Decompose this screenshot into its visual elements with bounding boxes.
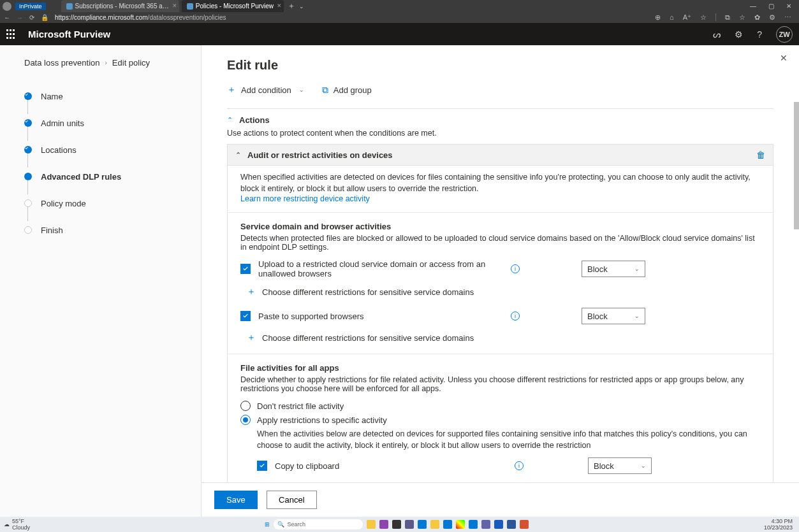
- close-panel-button[interactable]: ✕: [780, 53, 788, 63]
- wizard-step[interactable]: Policy mode: [24, 190, 201, 217]
- plus-icon: ＋: [247, 286, 256, 298]
- info-icon[interactable]: i: [515, 461, 524, 470]
- taskbar-app-icon[interactable]: [443, 520, 452, 529]
- paste-checkbox[interactable]: [240, 311, 251, 321]
- collections-icon[interactable]: ⧉: [725, 13, 730, 22]
- forward-button[interactable]: →: [17, 14, 23, 21]
- clock-date: 10/23/2023: [764, 524, 793, 531]
- browser-tab[interactable]: Policies - Microsoft Purview ✕: [182, 0, 284, 12]
- chevron-up-icon: ⌃: [235, 151, 241, 159]
- delete-icon[interactable]: 🗑: [756, 150, 765, 160]
- extensions-icon[interactable]: ✿: [754, 13, 760, 22]
- minimize-button[interactable]: —: [744, 0, 762, 12]
- more-icon[interactable]: ⋯: [784, 13, 791, 22]
- paste-action-select[interactable]: Block ⌄: [582, 308, 645, 324]
- site-info-icon[interactable]: 🔒: [41, 14, 48, 21]
- taskbar-app-icon[interactable]: [405, 520, 414, 529]
- taskbar-app-icon[interactable]: [469, 520, 478, 529]
- step-label: Locations: [41, 145, 77, 155]
- home-icon[interactable]: ⌂: [670, 13, 674, 22]
- wizard-step[interactable]: Locations: [24, 136, 201, 163]
- button-label: Add condition: [241, 85, 291, 95]
- tab-menu-chevron-icon[interactable]: ⌄: [299, 3, 304, 10]
- wizard-step[interactable]: Advanced DLP rules: [24, 163, 201, 190]
- wizard-step[interactable]: Admin units: [24, 110, 201, 136]
- flow-icon[interactable]: ᔕ: [713, 29, 721, 40]
- chevron-down-icon: ⌄: [299, 87, 304, 93]
- taskbar-app-icon[interactable]: [456, 520, 465, 529]
- maximize-button[interactable]: ▢: [762, 0, 780, 12]
- upload-action-select[interactable]: Block ⌄: [582, 261, 645, 277]
- radio-apply-restrictions[interactable]: Apply restrictions to specific activity: [240, 415, 760, 425]
- taskbar-app-icon[interactable]: [418, 520, 427, 529]
- add-restriction-button[interactable]: ＋ Choose different restrictions for sens…: [247, 332, 760, 343]
- close-button[interactable]: ✕: [780, 0, 798, 12]
- add-group-button[interactable]: ⧉ Add group: [322, 85, 372, 96]
- taskbar-app-icon[interactable]: [430, 520, 439, 529]
- subsection-description: Detects when protected files are blocked…: [240, 234, 760, 252]
- user-avatar[interactable]: ZW: [776, 26, 793, 43]
- info-icon[interactable]: i: [511, 312, 520, 320]
- add-restriction-button[interactable]: ＋ Choose different restrictions for sens…: [247, 286, 760, 298]
- start-button[interactable]: ⊞: [265, 521, 270, 528]
- close-icon[interactable]: ✕: [172, 3, 177, 9]
- favorite-icon[interactable]: ☆: [700, 13, 707, 22]
- cancel-button[interactable]: Cancel: [267, 491, 316, 509]
- weather-cond: Cloudy: [12, 524, 30, 531]
- system-tray-clock[interactable]: 4:30 PM 10/23/2023: [764, 518, 795, 531]
- wizard-step[interactable]: Name: [24, 83, 201, 110]
- chevron-right-icon: ›: [105, 59, 107, 66]
- subsection-description: Decide whether to apply restrictions for…: [240, 375, 760, 393]
- edit-rule-panel: ✕ Edit rule ＋ Add condition ⌄ ⧉ Add grou…: [202, 45, 799, 517]
- taskbar-search[interactable]: 🔍 Search: [274, 519, 363, 529]
- zoom-icon[interactable]: ⊕: [655, 13, 661, 22]
- weather-temp: 55°F: [12, 518, 24, 524]
- close-icon[interactable]: ✕: [277, 3, 282, 9]
- clipboard-action-select[interactable]: Block ⌄: [588, 457, 652, 474]
- select-value: Block: [594, 461, 614, 471]
- clipboard-checkbox[interactable]: [257, 461, 267, 471]
- add-condition-button[interactable]: ＋ Add condition ⌄: [227, 84, 304, 96]
- taskbar-app-icon[interactable]: [392, 520, 401, 529]
- actions-section-header[interactable]: ⌃ Actions: [227, 109, 773, 129]
- taskbar-app-icon[interactable]: [494, 520, 503, 529]
- favorites-bar-icon[interactable]: ☆: [739, 13, 745, 22]
- tab-label: Policies - Microsoft Purview: [196, 3, 274, 10]
- app-launcher-icon[interactable]: [6, 29, 17, 40]
- taskbar-app-icon[interactable]: [379, 520, 388, 529]
- learn-more-link[interactable]: Learn more restricting device activity: [240, 194, 760, 203]
- activity-card-header[interactable]: ⌃ Audit or restrict activities on device…: [228, 145, 773, 166]
- chevron-down-icon: ⌄: [641, 463, 646, 469]
- gear-icon[interactable]: ⚙: [735, 29, 743, 40]
- back-button[interactable]: ←: [4, 14, 10, 21]
- taskbar-app-icon[interactable]: [367, 520, 376, 529]
- taskbar-app-icon[interactable]: [481, 520, 490, 529]
- help-icon[interactable]: ?: [757, 29, 762, 40]
- info-icon[interactable]: i: [511, 264, 520, 273]
- weather-widget[interactable]: ☁ 55°F Cloudy: [4, 518, 30, 531]
- breadcrumb-current: Edit policy: [112, 58, 150, 68]
- inprivate-badge: InPrivate: [15, 3, 46, 10]
- refresh-button[interactable]: ⟳: [29, 14, 34, 21]
- taskbar-app-icon[interactable]: [520, 520, 529, 529]
- add-restriction-button[interactable]: ＋ Choose different copy to clipboard res…: [263, 482, 760, 482]
- breadcrumb-link[interactable]: Data loss prevention: [24, 58, 100, 68]
- wizard-step[interactable]: Finish: [24, 217, 201, 243]
- new-tab-button[interactable]: ＋: [288, 1, 295, 11]
- panel-footer: Save Cancel: [202, 482, 799, 517]
- url-field[interactable]: https://compliance.microsoft.com/datalos…: [55, 14, 226, 21]
- weather-icon: ☁: [4, 521, 10, 528]
- breadcrumb: Data loss prevention › Edit policy: [24, 58, 201, 68]
- radio-dont-restrict[interactable]: Don't restrict file activity: [240, 401, 760, 411]
- section-title: Actions: [239, 115, 270, 125]
- scrollbar-thumb[interactable]: [794, 102, 799, 229]
- save-button[interactable]: Save: [214, 491, 258, 509]
- upload-checkbox[interactable]: [240, 264, 251, 274]
- chevron-up-icon: ⌃: [227, 116, 233, 124]
- taskbar-app-icon[interactable]: [507, 520, 516, 529]
- browser-tab[interactable]: Subscriptions - Microsoft 365 a… ✕: [61, 0, 179, 12]
- settings-icon[interactable]: ⚙: [769, 13, 775, 22]
- plus-icon: ＋: [227, 84, 236, 96]
- read-aloud-icon[interactable]: A⁺: [683, 13, 691, 22]
- profile-avatar[interactable]: [3, 2, 11, 11]
